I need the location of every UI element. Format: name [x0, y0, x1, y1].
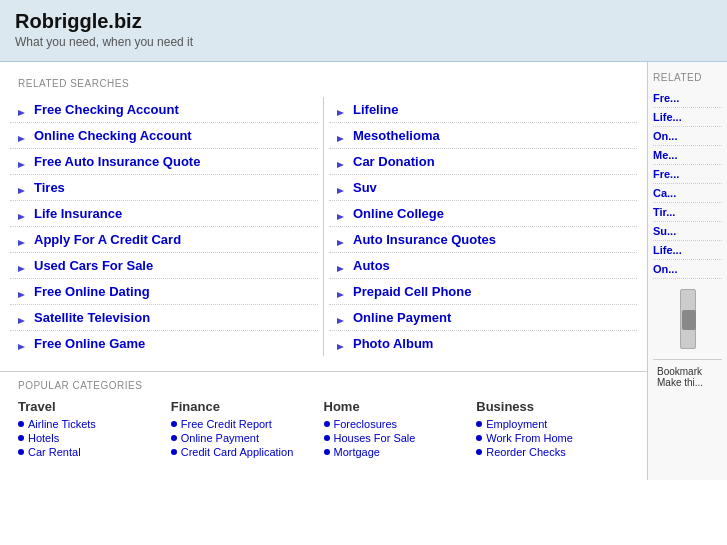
- cat-link[interactable]: Employment: [476, 418, 619, 430]
- bullet-icon: [476, 435, 482, 441]
- search-link[interactable]: Online Payment: [353, 310, 451, 325]
- arrow-icon: [337, 261, 347, 271]
- arrow-icon: [18, 339, 28, 349]
- scrollbar[interactable]: [680, 289, 696, 349]
- sidebar-link[interactable]: Tir...: [653, 203, 722, 222]
- search-link[interactable]: Suv: [353, 180, 377, 195]
- sidebar-link[interactable]: On...: [653, 260, 722, 279]
- arrow-icon: [337, 339, 347, 349]
- category-grid: Travel Airline Tickets Hotels Car Rental…: [18, 399, 629, 460]
- arrow-icon: [18, 209, 28, 219]
- cat-link[interactable]: Online Payment: [171, 432, 314, 444]
- search-link[interactable]: Prepaid Cell Phone: [353, 284, 471, 299]
- svg-marker-2: [18, 162, 25, 168]
- cat-link[interactable]: Work From Home: [476, 432, 619, 444]
- search-link[interactable]: Free Checking Account: [34, 102, 179, 117]
- sidebar-link[interactable]: Life...: [653, 241, 722, 260]
- search-item: Life Insurance: [10, 201, 318, 227]
- svg-marker-0: [18, 110, 25, 116]
- search-col-1: Free Checking Account Online Checking Ac…: [10, 97, 318, 356]
- related-searches-label: RELATED SEARCHES: [0, 72, 647, 95]
- sidebar-link[interactable]: Life...: [653, 108, 722, 127]
- search-item: Suv: [329, 175, 637, 201]
- cat-link[interactable]: Free Credit Report: [171, 418, 314, 430]
- search-link[interactable]: Autos: [353, 258, 390, 273]
- cat-link[interactable]: Car Rental: [18, 446, 161, 458]
- sidebar-link[interactable]: On...: [653, 127, 722, 146]
- col-divider: [323, 97, 324, 356]
- cat-link[interactable]: Houses For Sale: [324, 432, 467, 444]
- search-link[interactable]: Auto Insurance Quotes: [353, 232, 496, 247]
- popular-categories-label: POPULAR CATEGORIES: [18, 380, 629, 391]
- svg-marker-12: [337, 162, 344, 168]
- cat-link[interactable]: Hotels: [18, 432, 161, 444]
- search-link[interactable]: Photo Album: [353, 336, 433, 351]
- search-item: Free Online Game: [10, 331, 318, 356]
- svg-marker-7: [18, 292, 25, 298]
- bullet-icon: [171, 435, 177, 441]
- search-link[interactable]: Tires: [34, 180, 65, 195]
- search-link[interactable]: Apply For A Credit Card: [34, 232, 181, 247]
- search-item: Apply For A Credit Card: [10, 227, 318, 253]
- sidebar-link[interactable]: Fre...: [653, 165, 722, 184]
- search-link[interactable]: Car Donation: [353, 154, 435, 169]
- arrow-icon: [337, 313, 347, 323]
- bullet-icon: [324, 449, 330, 455]
- search-link[interactable]: Mesothelioma: [353, 128, 440, 143]
- bullet-icon: [476, 449, 482, 455]
- site-subtitle: What you need, when you need it: [15, 35, 712, 49]
- sidebar-label: RELATED: [653, 72, 722, 83]
- svg-marker-19: [337, 344, 344, 350]
- bullet-icon: [171, 449, 177, 455]
- cat-link[interactable]: Foreclosures: [324, 418, 467, 430]
- arrow-icon: [337, 235, 347, 245]
- search-link[interactable]: Satellite Television: [34, 310, 150, 325]
- search-link[interactable]: Free Auto Insurance Quote: [34, 154, 200, 169]
- arrow-icon: [18, 131, 28, 141]
- bullet-icon: [18, 449, 24, 455]
- search-link[interactable]: Lifeline: [353, 102, 399, 117]
- svg-marker-14: [337, 214, 344, 220]
- bookmark-label: Bookmark: [657, 366, 702, 377]
- cat-link[interactable]: Credit Card Application: [171, 446, 314, 458]
- search-item: Mesothelioma: [329, 123, 637, 149]
- arrow-icon: [337, 209, 347, 219]
- arrow-icon: [337, 157, 347, 167]
- search-item: Used Cars For Sale: [10, 253, 318, 279]
- svg-marker-1: [18, 136, 25, 142]
- svg-marker-5: [18, 240, 25, 246]
- search-item: Free Auto Insurance Quote: [10, 149, 318, 175]
- sidebar-link[interactable]: Me...: [653, 146, 722, 165]
- search-link[interactable]: Life Insurance: [34, 206, 122, 221]
- search-item: Online Payment: [329, 305, 637, 331]
- search-item: Photo Album: [329, 331, 637, 356]
- search-link[interactable]: Free Online Game: [34, 336, 145, 351]
- arrow-icon: [337, 131, 347, 141]
- arrow-icon: [337, 287, 347, 297]
- cat-link[interactable]: Mortgage: [324, 446, 467, 458]
- search-link[interactable]: Online Checking Account: [34, 128, 192, 143]
- sidebar-link[interactable]: Ca...: [653, 184, 722, 203]
- cat-link[interactable]: Reorder Checks: [476, 446, 619, 458]
- search-link[interactable]: Online College: [353, 206, 444, 221]
- svg-marker-15: [337, 240, 344, 246]
- search-item: Satellite Television: [10, 305, 318, 331]
- search-col-2: Lifeline Mesothelioma Car Donation Suv O…: [329, 97, 637, 356]
- sidebar-link[interactable]: Fre...: [653, 89, 722, 108]
- popular-categories-section: POPULAR CATEGORIES Travel Airline Ticket…: [0, 371, 647, 470]
- search-link[interactable]: Free Online Dating: [34, 284, 150, 299]
- category-column: Home Foreclosures Houses For Sale Mortga…: [324, 399, 477, 460]
- search-link[interactable]: Used Cars For Sale: [34, 258, 153, 273]
- bullet-icon: [18, 421, 24, 427]
- svg-marker-4: [18, 214, 25, 220]
- search-item: Free Online Dating: [10, 279, 318, 305]
- arrow-icon: [18, 287, 28, 297]
- search-item: Prepaid Cell Phone: [329, 279, 637, 305]
- sidebar-link[interactable]: Su...: [653, 222, 722, 241]
- page-header: Robriggle.biz What you need, when you ne…: [0, 0, 727, 62]
- scrollbar-thumb[interactable]: [682, 310, 696, 330]
- search-item: Online College: [329, 201, 637, 227]
- category-column: Travel Airline Tickets Hotels Car Rental: [18, 399, 171, 460]
- bookmark-area: Bookmark Make thi...: [653, 359, 722, 394]
- cat-link[interactable]: Airline Tickets: [18, 418, 161, 430]
